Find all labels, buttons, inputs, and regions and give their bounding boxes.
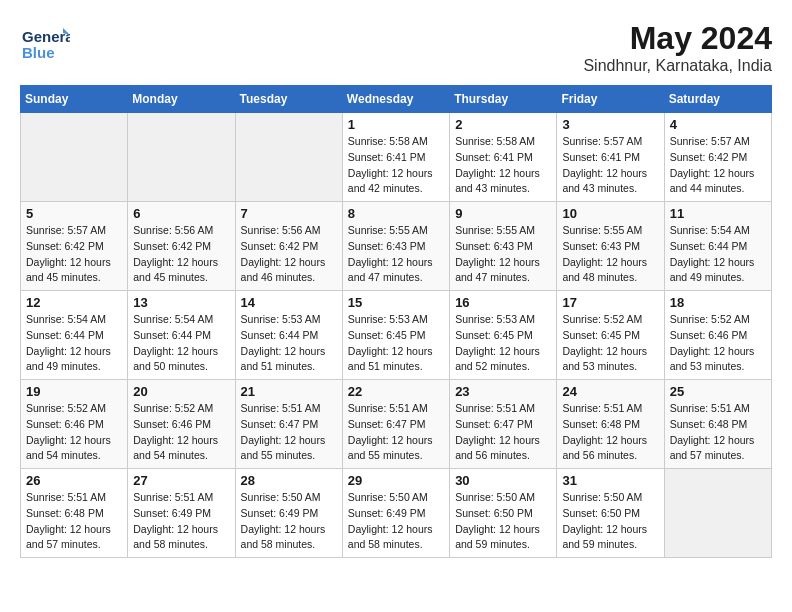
day-info: Sunrise: 5:55 AMSunset: 6:43 PMDaylight:… bbox=[348, 223, 444, 286]
day-info: Sunrise: 5:52 AMSunset: 6:46 PMDaylight:… bbox=[26, 401, 122, 464]
calendar-cell bbox=[128, 113, 235, 202]
day-number: 21 bbox=[241, 384, 337, 399]
calendar-cell: 26Sunrise: 5:51 AMSunset: 6:48 PMDayligh… bbox=[21, 469, 128, 558]
day-info: Sunrise: 5:58 AMSunset: 6:41 PMDaylight:… bbox=[455, 134, 551, 197]
calendar-cell: 14Sunrise: 5:53 AMSunset: 6:44 PMDayligh… bbox=[235, 291, 342, 380]
day-number: 22 bbox=[348, 384, 444, 399]
calendar-cell: 5Sunrise: 5:57 AMSunset: 6:42 PMDaylight… bbox=[21, 202, 128, 291]
calendar-cell: 28Sunrise: 5:50 AMSunset: 6:49 PMDayligh… bbox=[235, 469, 342, 558]
day-number: 10 bbox=[562, 206, 658, 221]
day-info: Sunrise: 5:55 AMSunset: 6:43 PMDaylight:… bbox=[455, 223, 551, 286]
day-info: Sunrise: 5:52 AMSunset: 6:46 PMDaylight:… bbox=[670, 312, 766, 375]
day-info: Sunrise: 5:58 AMSunset: 6:41 PMDaylight:… bbox=[348, 134, 444, 197]
day-info: Sunrise: 5:50 AMSunset: 6:49 PMDaylight:… bbox=[348, 490, 444, 553]
calendar-cell: 23Sunrise: 5:51 AMSunset: 6:47 PMDayligh… bbox=[450, 380, 557, 469]
day-info: Sunrise: 5:50 AMSunset: 6:50 PMDaylight:… bbox=[562, 490, 658, 553]
day-number: 7 bbox=[241, 206, 337, 221]
calendar-cell: 3Sunrise: 5:57 AMSunset: 6:41 PMDaylight… bbox=[557, 113, 664, 202]
calendar-table: SundayMondayTuesdayWednesdayThursdayFrid… bbox=[20, 85, 772, 558]
calendar-cell: 22Sunrise: 5:51 AMSunset: 6:47 PMDayligh… bbox=[342, 380, 449, 469]
day-info: Sunrise: 5:53 AMSunset: 6:45 PMDaylight:… bbox=[348, 312, 444, 375]
header-cell-wednesday: Wednesday bbox=[342, 86, 449, 113]
header-cell-saturday: Saturday bbox=[664, 86, 771, 113]
day-number: 8 bbox=[348, 206, 444, 221]
calendar-cell bbox=[664, 469, 771, 558]
title-area: May 2024 Sindhnur, Karnataka, India bbox=[583, 20, 772, 75]
calendar-week-row: 19Sunrise: 5:52 AMSunset: 6:46 PMDayligh… bbox=[21, 380, 772, 469]
header-cell-tuesday: Tuesday bbox=[235, 86, 342, 113]
day-info: Sunrise: 5:51 AMSunset: 6:48 PMDaylight:… bbox=[562, 401, 658, 464]
day-info: Sunrise: 5:55 AMSunset: 6:43 PMDaylight:… bbox=[562, 223, 658, 286]
day-number: 25 bbox=[670, 384, 766, 399]
day-info: Sunrise: 5:54 AMSunset: 6:44 PMDaylight:… bbox=[670, 223, 766, 286]
day-number: 24 bbox=[562, 384, 658, 399]
day-info: Sunrise: 5:54 AMSunset: 6:44 PMDaylight:… bbox=[26, 312, 122, 375]
calendar-week-row: 12Sunrise: 5:54 AMSunset: 6:44 PMDayligh… bbox=[21, 291, 772, 380]
calendar-cell: 4Sunrise: 5:57 AMSunset: 6:42 PMDaylight… bbox=[664, 113, 771, 202]
day-info: Sunrise: 5:57 AMSunset: 6:42 PMDaylight:… bbox=[26, 223, 122, 286]
day-number: 28 bbox=[241, 473, 337, 488]
day-number: 6 bbox=[133, 206, 229, 221]
day-info: Sunrise: 5:51 AMSunset: 6:47 PMDaylight:… bbox=[241, 401, 337, 464]
header: General Blue May 2024 Sindhnur, Karnatak… bbox=[20, 20, 772, 75]
day-number: 23 bbox=[455, 384, 551, 399]
day-info: Sunrise: 5:53 AMSunset: 6:45 PMDaylight:… bbox=[455, 312, 551, 375]
header-cell-thursday: Thursday bbox=[450, 86, 557, 113]
calendar-cell: 17Sunrise: 5:52 AMSunset: 6:45 PMDayligh… bbox=[557, 291, 664, 380]
day-number: 4 bbox=[670, 117, 766, 132]
day-number: 26 bbox=[26, 473, 122, 488]
calendar-cell: 11Sunrise: 5:54 AMSunset: 6:44 PMDayligh… bbox=[664, 202, 771, 291]
day-info: Sunrise: 5:50 AMSunset: 6:50 PMDaylight:… bbox=[455, 490, 551, 553]
calendar-cell: 7Sunrise: 5:56 AMSunset: 6:42 PMDaylight… bbox=[235, 202, 342, 291]
calendar-cell: 30Sunrise: 5:50 AMSunset: 6:50 PMDayligh… bbox=[450, 469, 557, 558]
calendar-cell: 18Sunrise: 5:52 AMSunset: 6:46 PMDayligh… bbox=[664, 291, 771, 380]
calendar-week-row: 26Sunrise: 5:51 AMSunset: 6:48 PMDayligh… bbox=[21, 469, 772, 558]
calendar-cell: 10Sunrise: 5:55 AMSunset: 6:43 PMDayligh… bbox=[557, 202, 664, 291]
day-info: Sunrise: 5:53 AMSunset: 6:44 PMDaylight:… bbox=[241, 312, 337, 375]
header-cell-sunday: Sunday bbox=[21, 86, 128, 113]
day-number: 30 bbox=[455, 473, 551, 488]
calendar-cell: 2Sunrise: 5:58 AMSunset: 6:41 PMDaylight… bbox=[450, 113, 557, 202]
day-number: 2 bbox=[455, 117, 551, 132]
day-number: 14 bbox=[241, 295, 337, 310]
calendar-cell bbox=[235, 113, 342, 202]
day-info: Sunrise: 5:52 AMSunset: 6:45 PMDaylight:… bbox=[562, 312, 658, 375]
calendar-cell: 8Sunrise: 5:55 AMSunset: 6:43 PMDaylight… bbox=[342, 202, 449, 291]
day-info: Sunrise: 5:51 AMSunset: 6:48 PMDaylight:… bbox=[670, 401, 766, 464]
day-info: Sunrise: 5:50 AMSunset: 6:49 PMDaylight:… bbox=[241, 490, 337, 553]
day-number: 16 bbox=[455, 295, 551, 310]
calendar-header-row: SundayMondayTuesdayWednesdayThursdayFrid… bbox=[21, 86, 772, 113]
calendar-title: May 2024 bbox=[583, 20, 772, 57]
calendar-week-row: 1Sunrise: 5:58 AMSunset: 6:41 PMDaylight… bbox=[21, 113, 772, 202]
day-number: 29 bbox=[348, 473, 444, 488]
day-number: 17 bbox=[562, 295, 658, 310]
calendar-subtitle: Sindhnur, Karnataka, India bbox=[583, 57, 772, 75]
day-number: 19 bbox=[26, 384, 122, 399]
day-info: Sunrise: 5:51 AMSunset: 6:49 PMDaylight:… bbox=[133, 490, 229, 553]
logo-icon: General Blue bbox=[20, 20, 70, 70]
calendar-cell: 6Sunrise: 5:56 AMSunset: 6:42 PMDaylight… bbox=[128, 202, 235, 291]
logo: General Blue bbox=[20, 20, 70, 70]
calendar-cell: 25Sunrise: 5:51 AMSunset: 6:48 PMDayligh… bbox=[664, 380, 771, 469]
calendar-cell: 31Sunrise: 5:50 AMSunset: 6:50 PMDayligh… bbox=[557, 469, 664, 558]
header-cell-friday: Friday bbox=[557, 86, 664, 113]
day-number: 3 bbox=[562, 117, 658, 132]
day-info: Sunrise: 5:56 AMSunset: 6:42 PMDaylight:… bbox=[241, 223, 337, 286]
day-number: 15 bbox=[348, 295, 444, 310]
calendar-cell: 13Sunrise: 5:54 AMSunset: 6:44 PMDayligh… bbox=[128, 291, 235, 380]
day-info: Sunrise: 5:54 AMSunset: 6:44 PMDaylight:… bbox=[133, 312, 229, 375]
svg-text:Blue: Blue bbox=[22, 44, 55, 61]
calendar-week-row: 5Sunrise: 5:57 AMSunset: 6:42 PMDaylight… bbox=[21, 202, 772, 291]
calendar-cell: 9Sunrise: 5:55 AMSunset: 6:43 PMDaylight… bbox=[450, 202, 557, 291]
day-number: 5 bbox=[26, 206, 122, 221]
day-number: 12 bbox=[26, 295, 122, 310]
calendar-cell: 19Sunrise: 5:52 AMSunset: 6:46 PMDayligh… bbox=[21, 380, 128, 469]
day-info: Sunrise: 5:56 AMSunset: 6:42 PMDaylight:… bbox=[133, 223, 229, 286]
day-number: 11 bbox=[670, 206, 766, 221]
day-info: Sunrise: 5:57 AMSunset: 6:42 PMDaylight:… bbox=[670, 134, 766, 197]
calendar-cell bbox=[21, 113, 128, 202]
day-number: 9 bbox=[455, 206, 551, 221]
calendar-cell: 21Sunrise: 5:51 AMSunset: 6:47 PMDayligh… bbox=[235, 380, 342, 469]
header-cell-monday: Monday bbox=[128, 86, 235, 113]
day-number: 31 bbox=[562, 473, 658, 488]
